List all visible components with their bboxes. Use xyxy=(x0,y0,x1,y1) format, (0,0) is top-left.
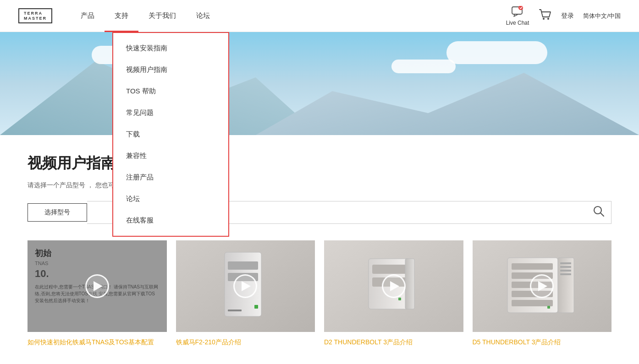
video-card-2: 铁威马F2-210产品介绍 xyxy=(176,240,325,361)
nav-item-forum[interactable]: 论坛 xyxy=(186,0,220,32)
dropdown-item-forum[interactable]: 论坛 xyxy=(113,188,228,210)
dropdown-item-register[interactable]: 注册产品 xyxy=(113,167,228,188)
subtitle-separator: ， xyxy=(87,181,94,189)
cloud-decoration-3 xyxy=(391,60,456,73)
first-card-num: 10. xyxy=(35,268,49,280)
video-card-3: D2 THUNDERBOLT 3产品介绍 xyxy=(324,240,473,361)
video-thumb-1: 初始 TNAS 10. 在此过程中,您需要一个TNAS的网口！ 请保持TNAS与… xyxy=(28,240,167,332)
first-card-header: 初始 xyxy=(35,248,51,259)
svg-line-5 xyxy=(600,213,604,216)
subtitle-text-1: 请选择一个产品型号 xyxy=(28,181,85,189)
svg-rect-22 xyxy=(547,306,550,309)
first-card-sub: TNAS xyxy=(35,261,48,266)
logo[interactable]: TERRA MASTER xyxy=(18,8,52,24)
svg-rect-7 xyxy=(228,261,258,270)
play-triangle-2 xyxy=(242,281,251,291)
dropdown-item-video-guide[interactable]: 视频用户指南 xyxy=(113,59,228,81)
nav-item-about[interactable]: 关于我们 xyxy=(138,0,186,32)
play-button-4[interactable] xyxy=(530,274,554,298)
logo-line2: MASTER xyxy=(24,16,47,21)
dropdown-item-faq[interactable]: 常见问题 xyxy=(113,102,228,124)
dropdown-item-quick-install[interactable]: 快速安装指南 xyxy=(113,38,228,59)
video-title-4[interactable]: D5 THUNDERBOLT 3产品介绍 xyxy=(473,337,561,347)
video-card-4: D5 THUNDERBOLT 3产品介绍 xyxy=(473,240,612,361)
video-title-3[interactable]: D2 THUNDERBOLT 3产品介绍 xyxy=(324,337,413,347)
play-triangle-1 xyxy=(94,281,103,291)
video-title-1[interactable]: 如何快速初始化铁威马TNAS及TOS基本配置 xyxy=(28,337,154,347)
support-dropdown: 快速安装指南 视频用户指南 TOS 帮助 常见问题 下载 兼容性 注册产品 论坛… xyxy=(112,32,229,237)
video-title-2[interactable]: 铁威马F2-210产品介绍 xyxy=(176,337,241,347)
main-nav: 产品 支持 关于我们 论坛 xyxy=(71,0,506,32)
live-chat-label: Live Chat xyxy=(506,20,529,26)
dropdown-item-tos-help[interactable]: TOS 帮助 xyxy=(113,81,228,102)
dropdown-item-online-service[interactable]: 在线客服 xyxy=(113,210,228,231)
play-button-1[interactable] xyxy=(85,274,109,298)
svg-rect-10 xyxy=(228,310,242,311)
logo-line1: TERRA xyxy=(24,11,47,16)
nav-item-support[interactable]: 支持 xyxy=(105,0,138,32)
nav-item-products[interactable]: 产品 xyxy=(71,0,105,32)
header: TERRA MASTER 产品 支持 关于我们 论坛 Live Chat xyxy=(0,0,639,32)
cloud-decoration-2 xyxy=(446,41,547,64)
main-content: 视频用户指南 请选择一个产品型号 ， 您也可以输入关键字查询 相关的视频 。 选… xyxy=(0,135,639,224)
play-triangle-3 xyxy=(390,281,399,291)
svg-rect-25 xyxy=(560,266,571,268)
svg-point-3 xyxy=(547,18,549,20)
search-button[interactable] xyxy=(586,201,611,223)
svg-rect-15 xyxy=(405,259,414,309)
svg-rect-27 xyxy=(560,273,571,275)
header-right: Live Chat 登录 简体中文/中国 xyxy=(506,6,621,26)
hero-banner xyxy=(0,32,639,135)
language-selector[interactable]: 简体中文/中国 xyxy=(583,12,621,20)
live-chat-icon xyxy=(511,6,524,19)
login-button[interactable]: 登录 xyxy=(561,12,574,20)
video-grid: 初始 TNAS 10. 在此过程中,您需要一个TNAS的网口！ 请保持TNAS与… xyxy=(0,240,639,361)
model-select-button[interactable]: 选择型号 xyxy=(28,203,87,222)
svg-rect-9 xyxy=(254,305,258,309)
svg-rect-14 xyxy=(398,298,401,300)
cart-button[interactable] xyxy=(538,9,552,23)
svg-rect-17 xyxy=(512,263,553,270)
video-card-1: 初始 TNAS 10. 在此过程中,您需要一个TNAS的网口！ 请保持TNAS与… xyxy=(28,240,176,361)
dropdown-item-compatibility[interactable]: 兼容性 xyxy=(113,145,228,167)
video-thumb-3 xyxy=(324,240,463,332)
dropdown-item-download[interactable]: 下载 xyxy=(113,124,228,145)
logo-box: TERRA MASTER xyxy=(18,8,52,24)
svg-rect-24 xyxy=(560,262,571,264)
video-thumb-2 xyxy=(176,240,315,332)
svg-rect-21 xyxy=(512,300,553,306)
svg-rect-12 xyxy=(372,265,406,274)
play-triangle-4 xyxy=(538,281,547,291)
play-button-2[interactable] xyxy=(233,274,257,298)
live-chat-button[interactable]: Live Chat xyxy=(506,6,529,26)
svg-rect-26 xyxy=(560,270,571,272)
video-thumb-4 xyxy=(473,240,612,332)
play-button-3[interactable] xyxy=(382,274,406,298)
svg-point-2 xyxy=(543,18,545,20)
